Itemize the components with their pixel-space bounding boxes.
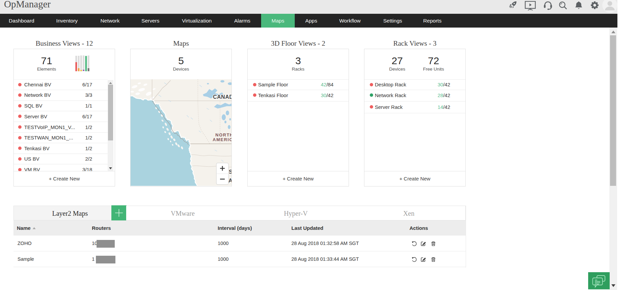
svg-text:NORTH: NORTH — [215, 132, 231, 137]
svg-text:AMERICAN: AMERICAN — [213, 137, 231, 142]
svg-text:A: A — [228, 178, 231, 183]
svg-text:ST: ST — [229, 169, 231, 175]
svg-text:CANADA: CANADA — [213, 94, 231, 100]
